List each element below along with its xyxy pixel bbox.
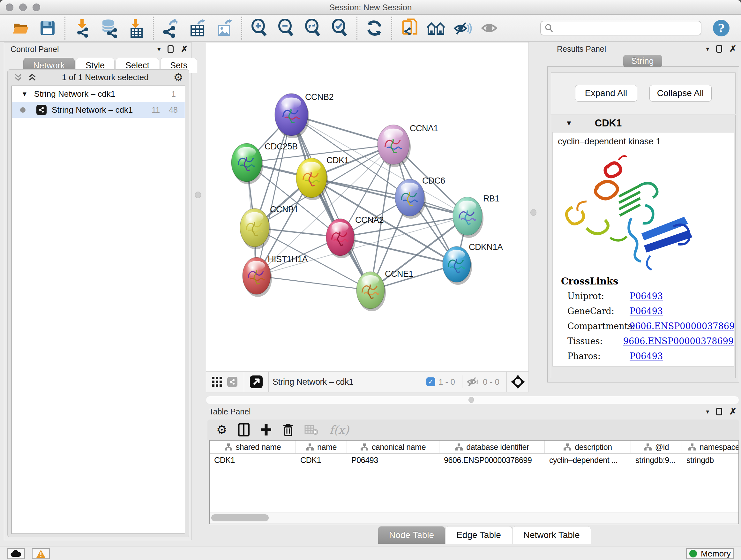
scrollbar-thumb[interactable] — [211, 514, 269, 521]
string-home-button[interactable] — [427, 19, 445, 37]
panel-close-icon[interactable]: ✗ — [181, 45, 188, 54]
crosslink-link[interactable]: 9606.ENSP00000378699 — [630, 321, 734, 331]
import-table-button[interactable] — [127, 19, 145, 37]
export-network-button[interactable] — [161, 19, 180, 37]
table-cell[interactable]: stringdb:9... — [631, 454, 682, 466]
panel-close-icon[interactable]: ✗ — [729, 45, 737, 53]
import-network-database-button[interactable] — [100, 19, 118, 37]
birds-eye-toggle-icon[interactable] — [511, 374, 525, 389]
panel-float-icon[interactable] — [716, 408, 722, 415]
edge-HIST1H1A-CCNE1[interactable] — [257, 276, 370, 290]
zoom-in-button[interactable] — [250, 19, 268, 37]
network-view[interactable]: CCNB2CCNA1CDC25BCDK1CDC6RB1CCNB1CCNA2CDK… — [206, 42, 529, 371]
table-cell[interactable]: CDK1 — [296, 454, 347, 466]
table-row[interactable]: CDK1CDK1P064939606.ENSP00000378699cyclin… — [210, 454, 738, 466]
network-options-gear-icon[interactable]: ⚙ — [174, 71, 183, 84]
column-header-database-identifier[interactable]: database identifier — [440, 441, 545, 453]
export-table-button[interactable] — [188, 19, 207, 37]
panel-float-icon[interactable] — [716, 45, 722, 53]
node-CCNA1[interactable] — [378, 125, 411, 167]
crosslink-link[interactable]: 9606.ENSP00000378699 — [623, 336, 734, 346]
hide-results-button[interactable] — [454, 19, 472, 37]
delete-column-icon[interactable] — [283, 423, 293, 436]
zoom-fit-button[interactable] — [304, 19, 322, 37]
panel-menu-icon[interactable]: ▾ — [706, 408, 709, 415]
crosslink-link[interactable]: P06493 — [630, 291, 663, 301]
expand-all-icon[interactable] — [27, 72, 37, 82]
table-options-gear-icon[interactable]: ⚙ — [216, 423, 227, 437]
node-CDC6[interactable] — [395, 179, 426, 219]
column-header-@id[interactable]: @id — [631, 441, 682, 453]
column-header-name[interactable]: name — [296, 441, 347, 453]
function-builder-icon-disabled: f(x) — [329, 423, 349, 436]
table-cell[interactable]: 9606.ENSP00000378699 — [440, 454, 545, 466]
left-splitter-handle[interactable] — [195, 192, 201, 198]
apply-layout-button[interactable] — [365, 19, 384, 37]
node-CCNE1[interactable] — [356, 272, 386, 311]
export-network-icon — [161, 18, 180, 38]
right-splitter-handle[interactable] — [530, 209, 536, 216]
tab-string[interactable]: String — [623, 55, 662, 67]
view-grid-button[interactable] — [209, 374, 225, 389]
warnings-button[interactable] — [32, 548, 50, 559]
entry-gene-name: CDK1 — [595, 118, 622, 129]
zoom-selected-button[interactable] — [330, 19, 349, 37]
view-share-button[interactable] — [225, 374, 240, 389]
node-CCNB1[interactable] — [240, 208, 271, 249]
edge-CCNA2-CDKN1A[interactable] — [340, 237, 457, 264]
column-header-shared-name[interactable]: shared name — [210, 441, 296, 453]
horizontal-scrollbar[interactable] — [210, 512, 738, 523]
show-columns-icon[interactable] — [238, 423, 250, 436]
node-RB1[interactable] — [453, 197, 483, 238]
panel-close-icon[interactable]: ✗ — [729, 408, 737, 416]
column-header-namespace[interactable]: namespace — [682, 441, 739, 453]
disclosure-triangle-icon[interactable]: ▼ — [565, 119, 572, 127]
edge-CCNB2-HIST1H1A[interactable] — [257, 115, 291, 276]
disclosure-triangle-icon[interactable]: ▼ — [21, 90, 28, 98]
selected-checkbox-icon[interactable]: ✓ — [426, 377, 435, 386]
search-icon — [545, 23, 553, 33]
table-cell[interactable]: CDK1 — [210, 454, 296, 466]
column-header-description[interactable]: description — [545, 441, 631, 453]
eye-icon — [480, 20, 499, 36]
table-cell[interactable]: P06493 — [347, 454, 440, 466]
node-CDK1[interactable] — [296, 158, 328, 200]
node-CDKN1A[interactable] — [443, 246, 472, 285]
network-row[interactable]: String Network – cdk1 11 48 — [12, 102, 185, 118]
export-image-button[interactable] — [215, 19, 233, 37]
memory-button[interactable]: Memory — [686, 548, 734, 559]
panel-float-icon[interactable] — [167, 45, 174, 53]
import-network-file-button[interactable] — [73, 19, 91, 37]
node-CCNA2[interactable] — [326, 219, 355, 258]
tab-edge-table[interactable]: Edge Table — [445, 526, 512, 544]
save-session-button[interactable] — [38, 19, 57, 37]
panel-menu-icon[interactable]: ▾ — [706, 45, 709, 53]
collapse-all-icon[interactable] — [13, 72, 23, 82]
crosslink-link[interactable]: P06493 — [630, 351, 663, 361]
tab-network-table[interactable]: Network Table — [512, 526, 591, 544]
help-button[interactable]: ? — [713, 20, 730, 37]
column-header-canonical-name[interactable]: canonical name — [347, 441, 440, 453]
network-collection-row[interactable]: ▼ String Network – cdk1 1 — [12, 86, 185, 102]
entry-header[interactable]: ▼ CDK1 — [551, 115, 735, 132]
search-input[interactable] — [556, 23, 697, 33]
zoom-out-button[interactable] — [277, 19, 295, 37]
tab-node-table[interactable]: Node Table — [378, 526, 445, 544]
detach-view-button[interactable] — [248, 374, 265, 389]
collapse-all-button[interactable]: Collapse All — [650, 85, 712, 102]
open-session-button[interactable] — [11, 19, 30, 37]
clone-network-button[interactable] — [400, 19, 418, 37]
table-cell[interactable]: stringdb — [682, 454, 739, 466]
delete-table-icon-disabled — [305, 424, 319, 435]
expand-all-button[interactable]: Expand All — [575, 85, 637, 102]
panel-menu-icon[interactable]: ▾ — [157, 45, 160, 53]
add-column-icon[interactable] — [260, 423, 272, 436]
cloud-status-button[interactable] — [7, 548, 25, 559]
network-graph[interactable]: CCNB2CCNA1CDC25BCDK1CDC6RB1CCNB1CCNA2CDK… — [206, 43, 529, 371]
table-cell[interactable]: cyclin–dependent ... — [545, 454, 631, 466]
show-results-button[interactable] — [480, 19, 499, 37]
node-CCNB2[interactable] — [275, 94, 309, 138]
toolbar-search[interactable] — [540, 21, 701, 36]
splitter-handle[interactable] — [468, 397, 474, 403]
crosslink-link[interactable]: P06493 — [630, 306, 663, 316]
